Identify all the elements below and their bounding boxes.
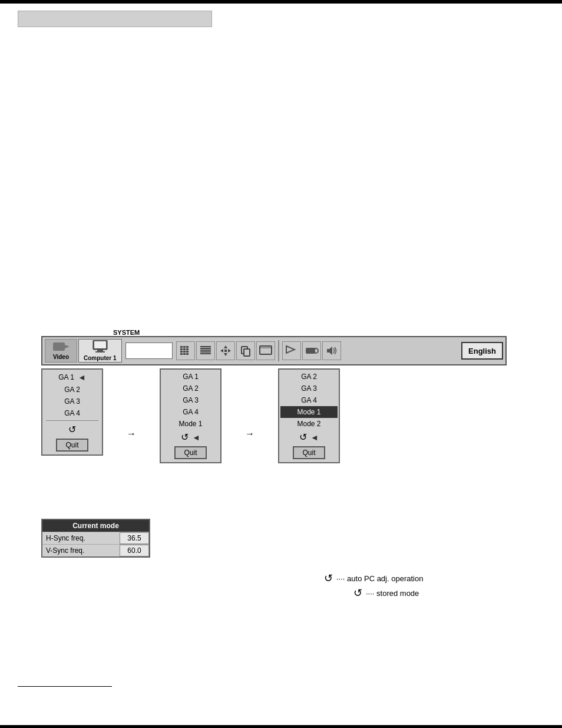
menu1-refresh-btn[interactable]: ↺: [44, 422, 101, 437]
refresh-icon-1: ↺: [324, 572, 333, 585]
menu3-quit-button[interactable]: Quit: [293, 446, 325, 459]
hsync-label: H-Sync freq.: [42, 532, 120, 544]
menu2-item-ga2[interactable]: GA 2: [162, 383, 219, 394]
menu1-item-ga2[interactable]: GA 2: [44, 384, 101, 396]
refresh-note-1: ↺ ···· auto PC adj. operation: [324, 572, 423, 585]
svg-rect-13: [183, 351, 186, 353]
vsync-label: V-Sync freq.: [42, 545, 120, 556]
menu3-refresh-row: ↺ ◄: [280, 430, 338, 444]
menu1-item-ga4[interactable]: GA 4: [44, 407, 101, 419]
svg-rect-9: [180, 348, 183, 350]
menu2-quit-button[interactable]: Quit: [174, 446, 206, 459]
refresh-icon-2: ↺: [353, 587, 362, 599]
header-label-box: [18, 11, 212, 27]
language-button[interactable]: English: [461, 342, 503, 360]
computer-icon: [92, 340, 108, 355]
svg-rect-0: [53, 342, 65, 351]
icon-btn-copy[interactable]: [236, 341, 255, 360]
current-mode-title: Current mode: [42, 520, 149, 532]
svg-rect-12: [180, 351, 183, 353]
svg-rect-30: [260, 346, 272, 354]
svg-rect-10: [183, 348, 186, 350]
svg-rect-4: [97, 350, 103, 351]
current-mode-box: Current mode H-Sync freq. 36.5 V-Sync fr…: [41, 519, 150, 558]
menu2-quit-row: Quit: [162, 444, 219, 461]
tab-computer1[interactable]: Computer 1: [78, 339, 122, 363]
menu2-refresh-row: ↺ ◄: [162, 430, 219, 444]
icon-btn-volume[interactable]: [322, 341, 341, 360]
svg-rect-8: [186, 346, 189, 348]
svg-rect-19: [200, 348, 211, 349]
menu-arrow-2-3: →: [245, 429, 254, 439]
bottom-underline: [18, 686, 112, 687]
menu3-item-ga3[interactable]: GA 3: [280, 383, 338, 394]
svg-rect-7: [183, 346, 186, 348]
menu2-item-ga1[interactable]: GA 1: [162, 371, 219, 383]
svg-marker-24: [224, 353, 227, 356]
menu3-quit-row: Quit: [280, 444, 338, 461]
icon-btn-grid2[interactable]: [196, 341, 215, 360]
svg-rect-22: [200, 353, 211, 354]
svg-marker-1: [65, 345, 70, 348]
bottom-bar: [0, 725, 562, 728]
menu3-arrow-icon: ◄: [310, 433, 319, 442]
icon-btn-grid1[interactable]: [176, 341, 195, 360]
menu-box-2: GA 1 GA 2 GA 3 GA 4 Mode 1 ↺ ◄ Quit: [160, 368, 222, 463]
toolbar-separator: [278, 340, 279, 361]
tab-computer1-label: Computer 1: [84, 355, 117, 361]
tab-video[interactable]: Video: [45, 339, 77, 363]
svg-rect-17: [186, 353, 189, 355]
menu-area: GA 1 ◄ GA 2 GA 3 GA 4 ↺ Quit → GA 1 GA 2…: [41, 368, 340, 463]
menu-box-1: GA 1 ◄ GA 2 GA 3 GA 4 ↺ Quit: [41, 368, 103, 456]
svg-rect-16: [183, 353, 186, 355]
svg-rect-18: [200, 346, 211, 347]
hsync-row: H-Sync freq. 36.5: [42, 532, 149, 544]
vsync-row: V-Sync freq. 60.0: [42, 544, 149, 556]
video-icon: [53, 341, 70, 354]
menu3-item-ga4[interactable]: GA 4: [280, 394, 338, 406]
menu3-item-mode1[interactable]: Mode 1: [280, 406, 338, 418]
refresh-desc-1: ···· auto PC adj. operation: [336, 574, 423, 583]
svg-marker-32: [286, 346, 295, 353]
icon-btn-flag[interactable]: [282, 341, 301, 360]
svg-rect-5: [95, 351, 105, 353]
svg-marker-23: [224, 345, 227, 348]
svg-rect-15: [180, 353, 183, 355]
system-label: SYSTEM: [113, 329, 140, 336]
icon-btn-projector[interactable]: [302, 341, 321, 360]
menu-arrow-1-2: →: [127, 429, 136, 439]
svg-rect-14: [186, 351, 189, 353]
menu2-refresh-icon[interactable]: ↺: [181, 431, 189, 443]
menu2-arrow-icon: ◄: [192, 433, 200, 442]
menu1-arrow-icon: ◄: [78, 373, 86, 382]
menu3-item-mode2[interactable]: Mode 2: [280, 418, 338, 430]
menu3-item-ga2[interactable]: GA 2: [280, 371, 338, 383]
tab-video-label: Video: [53, 354, 69, 360]
system-input[interactable]: [125, 342, 173, 359]
menu3-refresh-icon[interactable]: ↺: [299, 431, 307, 443]
svg-rect-3: [94, 341, 106, 348]
menu1-divider: [46, 420, 98, 421]
refresh-note-2: ↺ ···· stored mode: [353, 587, 419, 599]
menu2-item-ga4[interactable]: GA 4: [162, 406, 219, 418]
menu1-item-ga3[interactable]: GA 3: [44, 396, 101, 407]
top-bar: [0, 0, 562, 4]
icon-btn-screen[interactable]: [256, 341, 275, 360]
menu2-item-ga3[interactable]: GA 3: [162, 394, 219, 406]
svg-marker-26: [228, 349, 231, 353]
hsync-value: 36.5: [120, 532, 149, 544]
svg-rect-11: [186, 348, 189, 350]
svg-rect-21: [200, 351, 211, 353]
refresh-desc-2: ···· stored mode: [366, 589, 419, 598]
menu2-item-mode1[interactable]: Mode 1: [162, 418, 219, 430]
icon-btn-move[interactable]: [216, 341, 235, 360]
osd-toolbar: SYSTEM Video Computer 1: [41, 336, 507, 365]
menu-box-3: GA 2 GA 3 GA 4 Mode 1 Mode 2 ↺ ◄ Quit: [278, 368, 340, 463]
menu1-item-ga1[interactable]: GA 1 ◄: [44, 371, 101, 384]
menu1-quit-button[interactable]: Quit: [56, 439, 88, 452]
menu1-quit-row: Quit: [44, 437, 101, 453]
svg-marker-25: [220, 349, 223, 353]
vsync-value: 60.0: [120, 545, 149, 556]
svg-marker-35: [327, 347, 332, 355]
svg-rect-29: [244, 349, 250, 356]
